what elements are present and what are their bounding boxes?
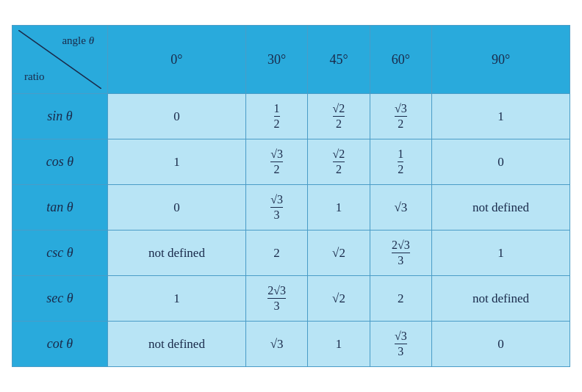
sec-90: not defined bbox=[432, 276, 570, 322]
corner-angle-label: angle θ bbox=[62, 35, 94, 47]
csc-row: csc θ not defined 2 √2 2√3 3 1 bbox=[12, 231, 570, 276]
csc-label: csc θ bbox=[12, 231, 108, 276]
cot-30: √3 bbox=[245, 322, 307, 367]
sec-0: 1 bbox=[108, 276, 246, 322]
fraction-sqrt2-2: √2 2 bbox=[333, 102, 345, 130]
tan-90: not defined bbox=[432, 185, 570, 231]
tan-0: 0 bbox=[108, 185, 246, 231]
sin-row: sin θ 0 1 2 √2 2 √3 2 1 bbox=[12, 94, 570, 139]
fraction-sqrt3-3-cot: √3 3 bbox=[395, 330, 407, 357]
fraction-sqrt3-2: √3 2 bbox=[395, 102, 407, 130]
cot-90: 0 bbox=[432, 322, 570, 367]
cos-label: cos θ bbox=[12, 139, 108, 185]
header-row: angle θ ratio 0° 30° 45° 60° 90° bbox=[12, 26, 570, 94]
sec-60: 2 bbox=[370, 276, 431, 322]
fraction-1-2: 1 2 bbox=[274, 102, 280, 130]
cot-45: 1 bbox=[308, 322, 370, 367]
cot-row: cot θ not defined √3 1 √3 3 0 bbox=[12, 322, 570, 367]
csc-60: 2√3 3 bbox=[370, 231, 431, 276]
csc-0: not defined bbox=[108, 231, 246, 276]
header-angle-60: 60° bbox=[370, 26, 431, 94]
cos-45: √2 2 bbox=[308, 139, 370, 185]
cos-row: cos θ 1 √3 2 √2 2 1 2 0 bbox=[12, 139, 570, 185]
cos-60: 1 2 bbox=[370, 139, 431, 185]
tan-label: tan θ bbox=[12, 185, 108, 231]
cos-30: √3 2 bbox=[245, 139, 307, 185]
tan-45: 1 bbox=[308, 185, 370, 231]
csc-90: 1 bbox=[432, 231, 570, 276]
sin-90: 1 bbox=[432, 94, 570, 139]
header-angle-90: 90° bbox=[432, 26, 570, 94]
corner-ratio-label: ratio bbox=[24, 70, 45, 83]
corner-cell: angle θ ratio bbox=[12, 26, 108, 94]
sin-60: √3 2 bbox=[370, 94, 431, 139]
fraction-2sqrt3-3-csc: 2√3 3 bbox=[392, 239, 410, 266]
csc-45: √2 bbox=[308, 231, 370, 276]
fraction-sqrt2-2-cos: √2 2 bbox=[333, 148, 345, 175]
sin-0: 0 bbox=[108, 94, 246, 139]
tan-row: tan θ 0 √3 3 1 √3 not defined bbox=[12, 185, 570, 231]
fraction-sqrt3-2-cos: √3 2 bbox=[270, 148, 283, 175]
cos-90: 0 bbox=[432, 139, 570, 185]
sec-30: 2√3 3 bbox=[245, 276, 307, 322]
fraction-sqrt3-3-tan: √3 3 bbox=[270, 193, 283, 221]
header-angle-0: 0° bbox=[108, 26, 246, 94]
header-angle-30: 30° bbox=[245, 26, 307, 94]
sin-label: sin θ bbox=[12, 94, 108, 139]
cos-0: 1 bbox=[108, 139, 246, 185]
sec-row: sec θ 1 2√3 3 √2 2 not defined bbox=[12, 276, 570, 322]
header-angle-45: 45° bbox=[308, 26, 370, 94]
fraction-2sqrt3-3-sec: 2√3 3 bbox=[267, 284, 286, 312]
cot-0: not defined bbox=[108, 322, 246, 367]
csc-30: 2 bbox=[245, 231, 307, 276]
tan-30: √3 3 bbox=[245, 185, 307, 231]
sin-45: √2 2 bbox=[308, 94, 370, 139]
sec-label: sec θ bbox=[12, 276, 108, 322]
fraction-1-2-cos: 1 2 bbox=[398, 148, 403, 175]
cot-label: cot θ bbox=[12, 322, 108, 367]
trig-ratios-table: angle θ ratio 0° 30° 45° 60° 90° sin θ 0… bbox=[12, 25, 570, 367]
tan-60: √3 bbox=[370, 185, 431, 231]
sec-45: √2 bbox=[308, 276, 370, 322]
cot-60: √3 3 bbox=[370, 322, 431, 367]
sin-30: 1 2 bbox=[245, 94, 307, 139]
